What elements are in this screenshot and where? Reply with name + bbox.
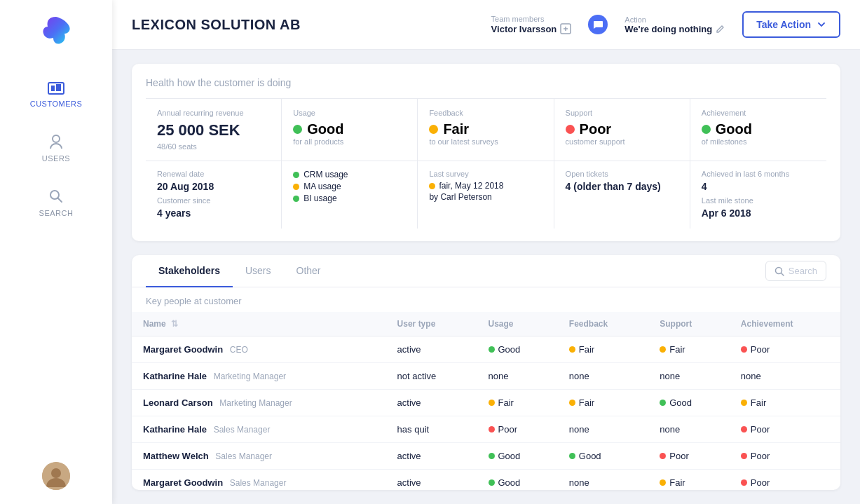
content-area: Health how the customer is doing Annual … (112, 50, 860, 504)
sidebar: CUSTOMERS USERS SEARCH (0, 0, 112, 504)
sidebar-item-users-label: USERS (42, 154, 70, 163)
status-dot (660, 400, 666, 406)
bottom-section: Stakeholders Users Other Search Key peop… (132, 255, 840, 490)
sidebar-item-customers[interactable]: CUSTOMERS (0, 69, 112, 116)
cell-name: Margaret Goodwin CEO (132, 336, 386, 363)
survey-dot (429, 183, 435, 189)
status-dot (489, 400, 495, 406)
achievement-status: Good (702, 121, 815, 137)
health-card-usage: Usage Good for all products (282, 99, 418, 161)
svg-line-10 (781, 273, 784, 275)
svg-line-5 (58, 198, 62, 203)
cell-usertype: active (386, 443, 477, 470)
health-detail-usage: CRM usage MA usage BI usage (282, 161, 418, 229)
achievement-dot (702, 125, 711, 134)
search-box[interactable]: Search (765, 261, 826, 281)
survey-item: fair, May 12 2018 (429, 181, 542, 191)
status-dot (489, 453, 495, 459)
table-row: Margaret Goodwin CEO active Good Fair (132, 336, 840, 363)
cell-status: Fair (730, 390, 840, 416)
svg-rect-1 (51, 86, 55, 91)
team-members-icon[interactable] (560, 23, 571, 34)
header-meta: Team members Victor Ivarsson Action We'r… (491, 11, 840, 38)
edit-icon[interactable] (716, 24, 725, 34)
sidebar-item-search-label: SEARCH (39, 209, 74, 217)
usage-status: Good (293, 121, 406, 137)
cell-name: Margaret Goodwin Sales Manager (132, 470, 386, 491)
health-detail-support: Open tickets 4 (older than 7 days) (554, 161, 690, 229)
chat-icon[interactable] (588, 15, 608, 34)
ma-usage: MA usage (293, 182, 406, 191)
usage-dot (293, 125, 302, 134)
svg-point-3 (53, 135, 60, 142)
status-dot (741, 479, 747, 486)
status-dot (741, 400, 747, 406)
cell-status: Good (477, 443, 558, 470)
cell-status: Fair (648, 336, 730, 363)
cell-status: Good (558, 443, 648, 470)
cell-status: none (558, 470, 648, 491)
cell-usertype: not active (386, 363, 477, 390)
health-card-support: Support Poor customer support (554, 99, 690, 161)
cell-status: none (648, 363, 730, 390)
cell-name: Leonard Carson Marketing Manager (132, 390, 386, 416)
support-status: Poor (566, 121, 678, 137)
health-card-feedback: Feedback Fair to our latest surveys (418, 99, 554, 161)
sidebar-item-customers-label: CUSTOMERS (30, 100, 83, 108)
cell-status: Fair (477, 390, 558, 416)
cell-status: Good (477, 336, 558, 363)
cell-status: Good (648, 390, 730, 416)
health-card-arr: Annual recurring revenue 25 000 SEK 48/6… (146, 99, 282, 161)
col-name: Name ⇅ (132, 312, 386, 336)
status-dot (660, 453, 666, 459)
table-row: Leonard Carson Marketing Manager active … (132, 390, 840, 416)
col-achievement: Achievement (730, 312, 840, 336)
col-feedback: Feedback (558, 312, 648, 336)
col-support: Support (648, 312, 730, 336)
chevron-down-icon (817, 20, 826, 29)
cell-status: Fair (558, 336, 648, 363)
cell-name: Matthew Welch Sales Manager (132, 443, 386, 470)
status-dot (569, 346, 575, 353)
cell-status: none (730, 363, 840, 390)
feedback-dot (429, 125, 438, 134)
health-detail-achievement: Achieved in last 6 months 4 Last mile st… (690, 161, 826, 229)
health-section: Health how the customer is doing Annual … (132, 64, 840, 241)
sidebar-item-users[interactable]: USERS (0, 123, 112, 171)
avatar[interactable] (42, 462, 70, 490)
action-value: We're doing nothing (624, 24, 725, 34)
table-row: Katharine Hale Sales Manager has quit Po… (132, 416, 840, 443)
tab-users[interactable]: Users (233, 255, 284, 287)
health-details: Renewal date 20 Aug 2018 Customer since … (146, 161, 826, 229)
status-dot (569, 453, 575, 459)
cell-name: Katharine Hale Sales Manager (132, 416, 386, 443)
col-usage: Usage (477, 312, 558, 336)
cell-status: Fair (648, 470, 730, 491)
health-card-achievement: Achievement Good of milestones (690, 99, 826, 161)
cell-status: Poor (730, 416, 840, 443)
team-members-value: Victor Ivarsson (491, 23, 572, 34)
health-detail-feedback: Last survey fair, May 12 2018 by Carl Pe… (418, 161, 554, 229)
status-dot (569, 400, 575, 406)
svg-point-7 (51, 468, 61, 478)
health-cards: Annual recurring revenue 25 000 SEK 48/6… (146, 98, 826, 161)
cell-status: Poor (477, 416, 558, 443)
search-label: Search (789, 266, 817, 276)
tabs-row: Stakeholders Users Other Search (132, 255, 840, 287)
bi-usage: BI usage (293, 193, 406, 203)
cell-status: none (648, 416, 730, 443)
svg-rect-2 (56, 84, 61, 91)
sidebar-item-search[interactable]: SEARCH (0, 178, 112, 226)
stakeholders-table: Name ⇅ User type Usage Feedback Support … (132, 312, 840, 490)
cell-usertype: has quit (386, 416, 477, 443)
status-dot (741, 453, 747, 459)
tab-other[interactable]: Other (284, 255, 334, 287)
app-logo[interactable] (39, 14, 73, 48)
sort-icon[interactable]: ⇅ (171, 319, 178, 329)
take-action-button[interactable]: Take Action (742, 11, 840, 38)
crm-usage: CRM usage (293, 170, 406, 179)
feedback-status: Fair (429, 121, 542, 137)
ma-dot (293, 184, 299, 190)
health-detail-arr: Renewal date 20 Aug 2018 Customer since … (146, 161, 282, 229)
tab-stakeholders[interactable]: Stakeholders (146, 255, 233, 287)
